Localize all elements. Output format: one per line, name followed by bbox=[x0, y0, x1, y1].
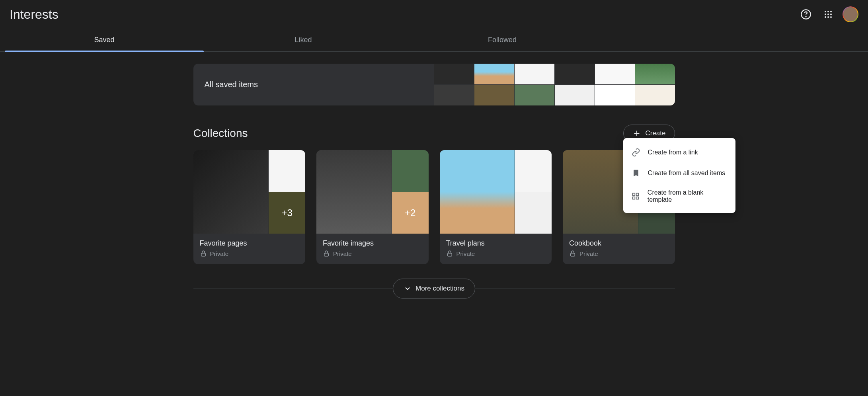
collection-title: Favorite images bbox=[323, 239, 422, 248]
help-icon[interactable] bbox=[798, 6, 814, 22]
create-from-blank[interactable]: Create from a blank template bbox=[623, 183, 735, 209]
svg-point-9 bbox=[827, 16, 829, 18]
menu-item-label: Create from a link bbox=[648, 149, 698, 156]
svg-point-10 bbox=[830, 16, 832, 18]
svg-rect-13 bbox=[447, 253, 452, 256]
overflow-count: +2 bbox=[405, 207, 415, 218]
menu-item-label: Create from a blank template bbox=[648, 189, 728, 203]
svg-rect-15 bbox=[633, 193, 635, 196]
collection-title: Favorite pages bbox=[200, 239, 299, 248]
dashboard-icon bbox=[631, 191, 640, 201]
create-from-saved[interactable]: Create from all saved items bbox=[623, 163, 735, 183]
lock-icon bbox=[446, 250, 453, 257]
plus-icon bbox=[632, 129, 641, 138]
all-saved-label: All saved items bbox=[193, 80, 434, 89]
privacy-label: Private bbox=[456, 250, 475, 257]
tab-saved[interactable]: Saved bbox=[5, 29, 204, 51]
tab-followed[interactable]: Followed bbox=[403, 29, 602, 51]
more-collections-button[interactable]: More collections bbox=[393, 279, 475, 298]
main-tabs: Saved Liked Followed bbox=[0, 29, 868, 52]
svg-point-5 bbox=[825, 14, 826, 15]
create-from-link[interactable]: Create from a link bbox=[623, 142, 735, 163]
svg-point-2 bbox=[825, 11, 826, 12]
menu-item-label: Create from all saved items bbox=[648, 170, 726, 177]
svg-rect-17 bbox=[633, 197, 635, 199]
svg-rect-14 bbox=[571, 253, 575, 256]
privacy-label: Private bbox=[333, 250, 352, 257]
collection-card-favorite-images[interactable]: +2 Favorite images Private bbox=[316, 150, 429, 264]
create-button-label: Create bbox=[645, 129, 665, 137]
avatar[interactable] bbox=[843, 6, 858, 22]
lock-icon bbox=[569, 250, 576, 257]
svg-rect-18 bbox=[636, 197, 639, 199]
tab-liked[interactable]: Liked bbox=[204, 29, 403, 51]
link-icon bbox=[631, 148, 641, 157]
svg-point-7 bbox=[830, 14, 832, 15]
chevron-down-icon bbox=[404, 285, 412, 293]
lock-icon bbox=[200, 250, 207, 257]
bookmark-icon bbox=[631, 168, 641, 178]
collection-card-favorite-pages[interactable]: +3 Favorite pages Private bbox=[193, 150, 306, 264]
collection-title: Cookbook bbox=[569, 239, 669, 248]
apps-grid-icon[interactable] bbox=[820, 6, 836, 22]
svg-point-1 bbox=[806, 16, 806, 17]
all-saved-items-card[interactable]: All saved items bbox=[193, 64, 675, 105]
svg-rect-12 bbox=[324, 253, 329, 256]
collection-title: Travel plans bbox=[446, 239, 546, 248]
privacy-label: Private bbox=[210, 250, 229, 257]
page-title: Interests bbox=[10, 7, 59, 22]
lock-icon bbox=[323, 250, 330, 257]
svg-point-6 bbox=[827, 14, 829, 15]
all-saved-thumbnails bbox=[434, 64, 675, 105]
create-dropdown-menu: Create from a link Create from all saved… bbox=[623, 138, 735, 213]
header-actions bbox=[798, 6, 858, 22]
svg-point-4 bbox=[830, 11, 832, 12]
svg-point-8 bbox=[825, 16, 826, 18]
svg-point-3 bbox=[827, 11, 829, 12]
privacy-label: Private bbox=[579, 250, 598, 257]
collections-heading: Collections bbox=[193, 127, 248, 140]
collection-card-travel-plans[interactable]: Travel plans Private bbox=[440, 150, 552, 264]
svg-rect-16 bbox=[636, 193, 639, 196]
overflow-count: +3 bbox=[281, 207, 292, 218]
svg-rect-11 bbox=[201, 253, 205, 256]
more-button-label: More collections bbox=[415, 285, 464, 293]
